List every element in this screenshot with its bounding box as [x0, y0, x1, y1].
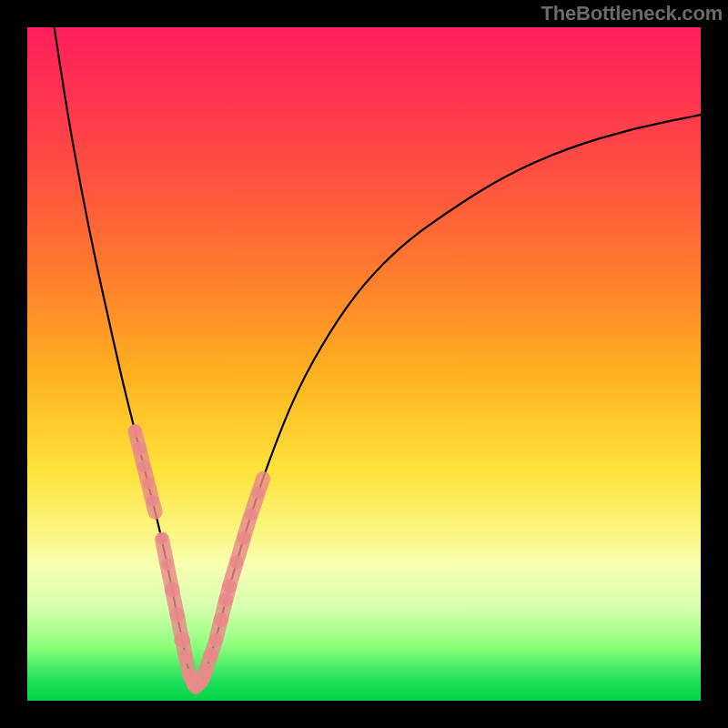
marker-dot: [204, 648, 218, 662]
watermark-text: TheBottleneck.com: [541, 2, 723, 25]
marker-dot: [252, 487, 265, 500]
marker-dot: [229, 555, 243, 569]
marker-dot: [133, 442, 147, 456]
marker-dot: [174, 632, 190, 649]
marker-dot: [129, 425, 142, 438]
marker-blobs: [129, 425, 265, 692]
marker-dot: [245, 509, 257, 521]
marker-dot: [165, 582, 180, 598]
bottleneck-curve: [55, 27, 701, 685]
marker-dot: [214, 612, 228, 627]
marker-dot: [180, 652, 192, 663]
marker-dot: [147, 495, 158, 507]
chart-svg: [27, 27, 701, 701]
marker-dot: [143, 478, 154, 489]
marker-dot: [161, 559, 173, 571]
marker-dot: [218, 592, 233, 607]
marker-dot: [170, 608, 185, 622]
plot-area: [27, 27, 701, 701]
chart-frame: TheBottleneck.com: [0, 0, 728, 728]
marker-dot: [157, 533, 167, 544]
marker-dot: [137, 460, 150, 472]
marker-dot: [209, 633, 223, 647]
marker-dot: [237, 531, 250, 545]
marker-dot: [223, 581, 235, 592]
marker-dot: [198, 663, 212, 677]
